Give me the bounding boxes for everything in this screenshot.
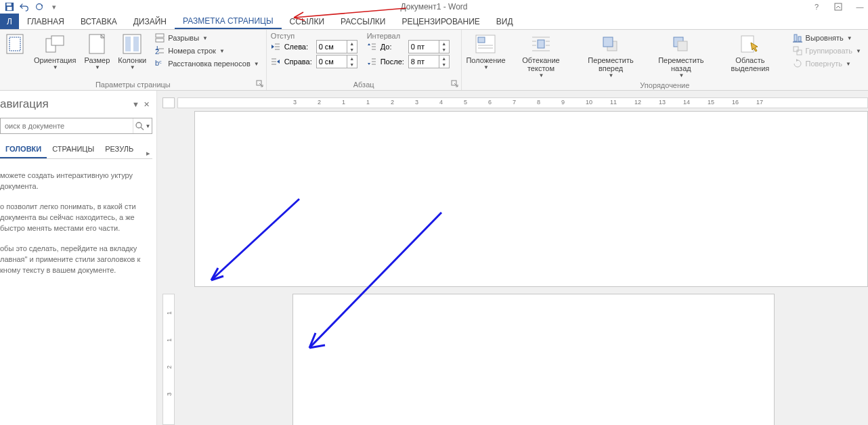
tab-insert[interactable]: ВСТАВКА	[72, 14, 125, 29]
qat-customize-icon[interactable]: ▾	[47, 1, 61, 13]
tab-review[interactable]: РЕЦЕНЗИРОВАНИЕ	[393, 14, 487, 29]
ribbon-tabs: Л ГЛАВНАЯ ВСТАВКА ДИЗАЙН РАЗМЕТКА СТРАНИ…	[0, 14, 868, 30]
hyphenation-button[interactable]: bᶜРасстановка переносов▼	[152, 58, 261, 70]
spin-down-icon[interactable]: ▼	[439, 62, 449, 68]
group-button[interactable]: Группировать▼	[789, 45, 864, 57]
svg-rect-2	[7, 7, 12, 10]
document-area[interactable]: 3211234567891011121314151617 1 1 2 3	[157, 91, 868, 425]
nav-tab-pages[interactable]: СТРАНИЦЫ	[47, 141, 100, 158]
tab-design[interactable]: ДИЗАЙН	[125, 14, 175, 29]
spacing-before-input[interactable]: ▲▼	[408, 40, 450, 53]
tab-home[interactable]: ГЛАВНАЯ	[19, 14, 72, 29]
search-input[interactable]	[1, 118, 133, 133]
svg-line-56	[141, 127, 144, 130]
indent-right-input[interactable]: ▲▼	[316, 55, 357, 68]
svg-rect-46	[603, 37, 613, 47]
document-page-2[interactable]	[292, 294, 775, 425]
search-icon[interactable]: ▼	[133, 118, 152, 133]
group-arrange-label: Упорядочение	[466, 80, 864, 91]
nav-tab-results[interactable]: РЕЗУЛЬ	[100, 141, 139, 158]
group-paragraph-label: Абзац	[271, 79, 457, 90]
rotate-icon	[792, 58, 803, 69]
nav-close-icon[interactable]: ✕	[144, 100, 150, 109]
ribbon-display-icon[interactable]	[830, 1, 846, 13]
save-icon[interactable]	[3, 1, 16, 13]
indent-right-label: Справа:	[284, 58, 312, 66]
spacing-before-icon	[367, 43, 376, 51]
help-icon[interactable]: ?	[808, 1, 825, 13]
align-button[interactable]: Выровнять▼	[789, 32, 864, 44]
spin-down-icon[interactable]: ▼	[439, 47, 449, 53]
group-page-setup-label: Параметры страницы	[4, 79, 262, 90]
svg-rect-50	[794, 35, 797, 41]
svg-rect-51	[798, 37, 801, 41]
svg-rect-54	[797, 50, 802, 55]
bring-forward-button[interactable]: Переместить вперед▼	[576, 32, 646, 80]
send-backward-icon	[670, 33, 692, 55]
svg-rect-12	[133, 37, 139, 51]
svg-rect-13	[156, 34, 164, 37]
size-button[interactable]: Размер▼	[81, 32, 112, 79]
search-box[interactable]: ▼	[0, 118, 152, 134]
spin-up-icon[interactable]: ▲	[347, 55, 357, 62]
wrap-text-button[interactable]: Обтекание текстом▼	[508, 32, 573, 80]
document-page-1[interactable]	[194, 111, 868, 287]
minimize-icon[interactable]: —	[852, 1, 868, 13]
svg-rect-14	[156, 39, 164, 42]
svg-rect-48	[678, 41, 687, 51]
title-bar: ▾ Документ1 - Word ? —	[0, 0, 868, 14]
margins-icon	[4, 33, 26, 55]
undo-icon[interactable]	[18, 1, 31, 13]
tab-page-layout[interactable]: РАЗМЕТКА СТРАНИЦЫ	[175, 14, 282, 29]
align-icon	[792, 32, 803, 43]
svg-rect-53	[794, 47, 798, 51]
tab-view[interactable]: ВИД	[488, 14, 521, 29]
ruler-corner	[162, 97, 175, 108]
svg-rect-35	[478, 37, 485, 43]
redo-icon[interactable]	[32, 1, 46, 13]
position-button[interactable]: Положение▼	[466, 32, 506, 80]
tab-mailings[interactable]: РАССЫЛКИ	[332, 14, 393, 29]
svg-rect-11	[125, 37, 131, 51]
navigation-pane: авигация ▼ ✕ ▼ ГОЛОВКИ СТРАНИЦЫ РЕЗУЛЬ ▸…	[0, 91, 157, 425]
hyphenation-icon: bᶜ	[154, 58, 165, 69]
svg-text:bᶜ: bᶜ	[155, 59, 162, 67]
spin-up-icon[interactable]: ▲	[439, 55, 449, 62]
tab-file[interactable]: Л	[0, 14, 19, 29]
columns-button[interactable]: Колонки▼	[115, 32, 149, 79]
svg-point-3	[37, 4, 43, 10]
indent-left-icon	[271, 43, 280, 51]
spin-down-icon[interactable]: ▼	[347, 47, 357, 53]
nav-tab-scroll-icon[interactable]: ▸	[144, 145, 152, 159]
paragraph-dialog-icon[interactable]	[451, 80, 459, 88]
orientation-button[interactable]: Ориентация▼	[31, 32, 79, 79]
group-icon	[792, 45, 803, 56]
vertical-ruler[interactable]: 1 1 2 3	[162, 294, 175, 425]
page-setup-dialog-icon[interactable]	[256, 80, 264, 88]
svg-rect-1	[7, 3, 12, 6]
spacing-after-icon	[367, 58, 376, 66]
tab-references[interactable]: ССЫЛКИ	[282, 14, 332, 29]
nav-dropdown-icon[interactable]: ▼	[132, 100, 139, 109]
spacing-after-label: После:	[381, 58, 404, 66]
breaks-icon	[154, 32, 165, 43]
line-numbers-button[interactable]: 12Номера строк▼	[152, 45, 261, 57]
document-title: Документ1 - Word	[400, 2, 467, 12]
columns-icon	[121, 33, 143, 55]
horizontal-ruler[interactable]: 3211234567891011121314151617	[177, 97, 868, 108]
send-backward-button[interactable]: Переместить назад▼	[648, 32, 714, 80]
rotate-button[interactable]: Повернуть▼	[789, 58, 864, 70]
margins-button[interactable]	[4, 32, 28, 79]
spacing-after-input[interactable]: ▲▼	[408, 55, 450, 68]
breaks-button[interactable]: Разрывы▼	[152, 32, 261, 44]
indent-right-icon	[271, 58, 280, 66]
spin-up-icon[interactable]: ▲	[347, 41, 357, 47]
nav-body-text: можете создать интерактивную уктуру доку…	[0, 170, 152, 285]
spin-down-icon[interactable]: ▼	[347, 62, 357, 68]
spin-up-icon[interactable]: ▲	[439, 41, 449, 47]
size-icon	[86, 33, 108, 55]
position-icon	[475, 33, 496, 55]
selection-pane-button[interactable]: Область выделения	[716, 32, 783, 80]
nav-tab-headings[interactable]: ГОЛОВКИ	[0, 141, 47, 158]
indent-left-input[interactable]: ▲▼	[316, 40, 357, 53]
